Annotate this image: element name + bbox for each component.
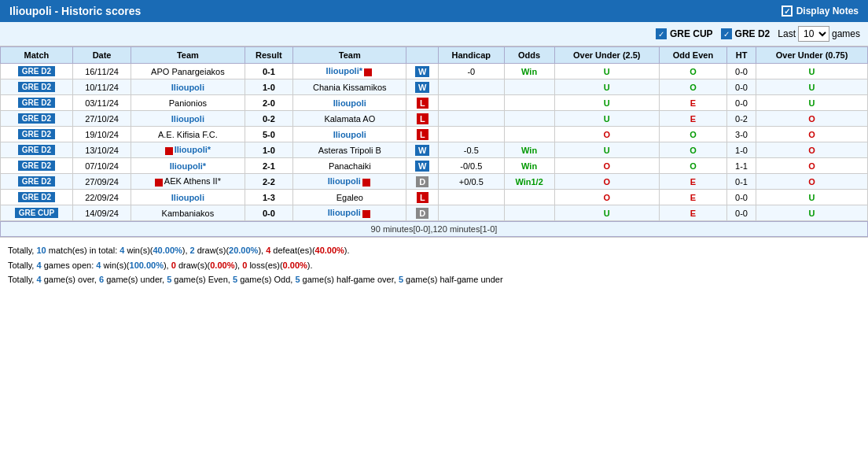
over-under-25: U xyxy=(554,95,659,111)
match-date: 27/09/24 xyxy=(72,174,131,190)
odd-even: E xyxy=(659,111,726,127)
handicap-value xyxy=(439,79,505,95)
over-under-25: U xyxy=(554,205,659,221)
match-outcome: L xyxy=(406,190,439,205)
over-under-075: U xyxy=(756,190,868,205)
table-row: GRE D222/09/24Ilioupoli1-3EgaleoLOE0-0U xyxy=(1,190,868,205)
stats-line1: Totally, 10 match(es) in total: 4 win(s)… xyxy=(8,244,860,257)
gre-cup-checkbox[interactable]: ✓ xyxy=(656,28,667,39)
table-row: GRE D203/11/24Panionios2-0IlioupoliLUE0-… xyxy=(1,95,868,111)
gre-cup-label: GRE CUP xyxy=(670,28,713,39)
table-row: GRE D207/10/24Ilioupoli*2-1PanachaikiW-0… xyxy=(1,158,868,174)
team2-name: Ilioupoli xyxy=(293,205,406,221)
match-outcome: D xyxy=(406,205,439,221)
match-date: 27/10/24 xyxy=(72,111,131,127)
stats-line3: Totally, 4 game(s) over, 6 game(s) under… xyxy=(8,273,860,286)
odds-value: Win xyxy=(504,64,554,79)
team2-name: Ilioupoli xyxy=(293,174,406,190)
table-row: GRE D210/11/24Ilioupoli1-0Chania Kissami… xyxy=(1,79,868,95)
ht-score: 0-0 xyxy=(726,95,756,111)
match-date: 10/11/24 xyxy=(72,79,131,95)
odd-even: E xyxy=(659,95,726,111)
stats-section: Totally, 10 match(es) in total: 4 win(s)… xyxy=(0,237,868,293)
odd-even: O xyxy=(659,79,726,95)
match-outcome: W xyxy=(406,158,439,174)
match-badge: GRE D2 xyxy=(1,95,73,111)
match-result: 5-0 xyxy=(245,127,293,142)
match-date: 07/10/24 xyxy=(72,158,131,174)
table-row: GRE D219/10/24A.E. Kifisia F.C.5-0Ilioup… xyxy=(1,127,868,142)
games-label: games xyxy=(832,28,860,39)
match-badge: GRE D2 xyxy=(1,79,73,95)
last-games-filter: Last 10 20 30 games xyxy=(778,26,860,42)
match-outcome: L xyxy=(406,111,439,127)
filter-bar: ✓ GRE CUP ✓ GRE D2 Last 10 20 30 games xyxy=(0,22,868,46)
display-notes-checkbox[interactable]: ✓ xyxy=(782,6,793,17)
display-notes-label: Display Notes xyxy=(796,6,859,17)
over-under-075: U xyxy=(756,205,868,221)
match-outcome: W xyxy=(406,142,439,158)
red-card-icon xyxy=(362,210,370,218)
games-select[interactable]: 10 20 30 xyxy=(798,26,829,42)
gre-d2-filter[interactable]: ✓ GRE D2 xyxy=(721,28,771,39)
match-date: 14/09/24 xyxy=(72,205,131,221)
over-under-075: O xyxy=(756,127,868,142)
match-badge: GRE D2 xyxy=(1,158,73,174)
match-outcome: D xyxy=(406,174,439,190)
page-title: Ilioupoli - Historic scores xyxy=(9,5,141,17)
stats-line2: Totally, 4 games open: 4 win(s)(100.00%)… xyxy=(8,259,860,272)
match-date: 22/09/24 xyxy=(72,190,131,205)
handicap-value: -0/0.5 xyxy=(439,158,505,174)
team1-name: Ilioupoli xyxy=(131,190,245,205)
over-under-25: U xyxy=(554,79,659,95)
ht-score: 0-0 xyxy=(726,79,756,95)
over-under-25: O xyxy=(554,127,659,142)
match-badge: GRE D2 xyxy=(1,111,73,127)
over-under-075: O xyxy=(756,111,868,127)
col-handicap: Handicap xyxy=(439,47,505,64)
handicap-value xyxy=(439,111,505,127)
odd-even: O xyxy=(659,127,726,142)
col-date: Date xyxy=(72,47,131,64)
col-ht: HT xyxy=(726,47,756,64)
team1-name: AEK Athens II* xyxy=(131,174,245,190)
match-result: 2-0 xyxy=(245,95,293,111)
over-under-25: O xyxy=(554,174,659,190)
match-badge: GRE CUP xyxy=(1,205,73,221)
handicap-value: -0 xyxy=(439,64,505,79)
match-result: 2-2 xyxy=(245,174,293,190)
odd-even: E xyxy=(659,174,726,190)
table-row: GRE D216/11/24APO Panargeiakos0-1Ilioupo… xyxy=(1,64,868,79)
odds-value: Win1/2 xyxy=(504,174,554,190)
over-under-075: O xyxy=(756,158,868,174)
over-under-075: U xyxy=(756,95,868,111)
match-outcome: L xyxy=(406,127,439,142)
odds-value xyxy=(504,111,554,127)
gre-d2-checkbox[interactable]: ✓ xyxy=(721,28,732,39)
over-under-25: O xyxy=(554,158,659,174)
red-card-icon xyxy=(364,68,372,76)
handicap-value xyxy=(439,127,505,142)
match-result: 1-3 xyxy=(245,190,293,205)
odd-even: O xyxy=(659,142,726,158)
ht-score: 0-2 xyxy=(726,111,756,127)
last-label: Last xyxy=(778,28,796,39)
match-date: 16/11/24 xyxy=(72,64,131,79)
handicap-value: -0.5 xyxy=(439,142,505,158)
table-row: GRE D227/10/24Ilioupoli0-2Kalamata AOLUE… xyxy=(1,111,868,127)
gre-cup-filter[interactable]: ✓ GRE CUP xyxy=(656,28,713,39)
ht-score: 0-1 xyxy=(726,174,756,190)
match-badge: GRE D2 xyxy=(1,64,73,79)
col-result: Result xyxy=(245,47,293,64)
ht-score: 0-0 xyxy=(726,205,756,221)
gre-d2-label: GRE D2 xyxy=(735,28,771,39)
team2-name: Asteras Tripoli B xyxy=(293,142,406,158)
odds-value xyxy=(504,190,554,205)
match-result: 0-2 xyxy=(245,111,293,127)
match-badge: GRE D2 xyxy=(1,174,73,190)
match-date: 19/10/24 xyxy=(72,127,131,142)
col-match: Match xyxy=(1,47,73,64)
handicap-value: +0/0.5 xyxy=(439,174,505,190)
handicap-value xyxy=(439,205,505,221)
match-date: 03/11/24 xyxy=(72,95,131,111)
